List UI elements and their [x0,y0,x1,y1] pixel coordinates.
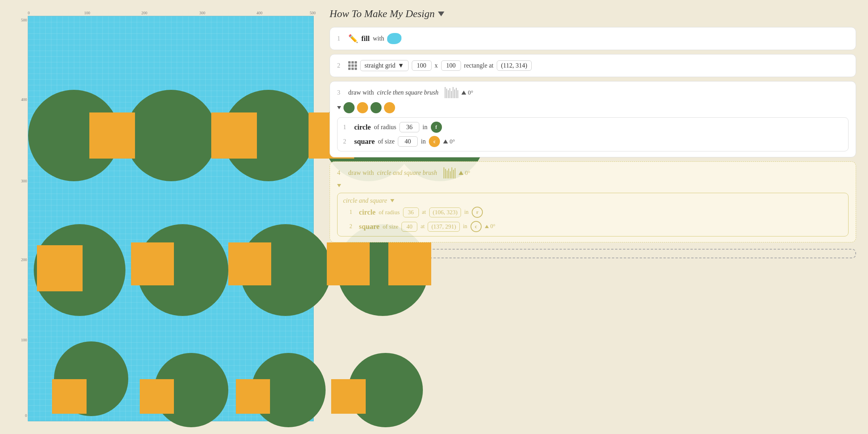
ruler-left: 500 400 300 200 100 0 [16,16,28,417]
title-row: How To Make My Design [330,8,856,20]
circle-color-1[interactable]: f [431,122,442,133]
square-keyword-1: square [354,138,375,146]
faded-sub-item-2: 2 square of size 40 at (137, 291) in c 0… [349,221,843,232]
canvas-square [327,242,370,285]
ruler-tick-h-300: 300 [199,11,205,15]
faded-sub-line-1: 1 [349,209,356,215]
design-canvas [28,16,314,421]
color-swatch-1[interactable] [343,102,355,113]
circle-radius-input[interactable]: 36 [399,122,419,132]
faded-at-2: at [420,223,424,230]
angle-value-4: 0° [465,170,471,176]
canvas-square [89,112,135,158]
collapse-icon-4[interactable] [337,184,341,187]
faded-sub-box: circle and square 1 circle of radius 36 … [337,193,849,236]
line-number-4: 4 [337,169,345,176]
color-swatch-3[interactable] [370,102,382,113]
grid-pattern-icon [348,61,357,70]
instruction-1-row: 1 ✏️ fill with [337,33,849,44]
instruction-2-grid: 2 straight grid ▼ 100 x 100 rectangle at… [330,54,856,77]
ruler-tick-h-100: 100 [84,11,90,15]
color-swatch-2[interactable] [357,102,368,113]
faded-angle-value: 0° [490,223,496,230]
faded-at-1: at [422,209,426,215]
grid-position-input[interactable]: (112, 314) [497,60,532,71]
faded-of-radius: of radius [379,209,400,216]
instruction-2-row: 2 straight grid ▼ 100 x 100 rectangle at… [337,60,849,71]
grid-width-input[interactable]: 100 [412,60,432,71]
instruction-4-draw-faded: 4 draw with circle and square brush 0° [330,161,856,242]
canvas-area: 0 100 200 300 400 500 500 400 300 200 10… [0,0,318,434]
faded-color-circle-2[interactable]: c [471,221,482,232]
faded-color-circle-1[interactable]: r [472,207,483,218]
sub-line-number-2: 2 [343,138,351,145]
ruler-tick-h-0: 0 [28,11,30,15]
fill-color-blob[interactable] [387,33,401,44]
faded-size-input[interactable]: 40 [401,222,417,232]
line-number-3: 3 [337,89,345,96]
ruler-tick-v-400: 400 [21,97,27,102]
sub-line-number-1: 1 [343,124,351,131]
color-swatch-4[interactable] [384,102,395,113]
of-radius-label-1: of radius [374,124,396,131]
brush-preview [445,87,458,98]
canvas-square [228,242,271,285]
arrow-up-icon-faded [459,171,463,175]
faded-position-2[interactable]: (137, 291) [428,222,460,232]
faded-in-1: in [464,209,469,215]
canvas-square [211,112,257,158]
page-title: How To Make My Design [330,8,435,20]
faded-sub-item-1: 1 circle of radius 36 at (106, 323) in r [349,207,843,218]
ruler-tick-v-300: 300 [21,179,27,183]
grid-height-input[interactable]: 100 [441,60,461,71]
line-number-2: 2 [337,62,345,69]
rect-label: rectangle at [464,62,494,69]
draw-with-label: draw with [348,89,374,96]
faded-position-1[interactable]: (106, 323) [429,207,461,217]
square-color-1[interactable]: c [429,136,440,147]
faded-angle: 0° [485,223,496,230]
instruction-4-top-row: 4 draw with circle and square brush 0° [337,167,849,178]
draw-with-label-4: draw with [348,169,374,176]
canvas-circle [125,90,217,181]
faded-group-label: circle and square [343,197,387,204]
canvas-square [140,379,174,413]
color-swatches-row [337,102,849,113]
ruler-tick-h-200: 200 [141,11,147,15]
faded-of-size: of size [383,223,399,230]
ruler-tick-v-200: 200 [21,258,27,262]
x-separator: x [435,62,438,69]
faded-square-keyword: square [359,223,380,231]
faded-radius-input[interactable]: 36 [403,207,419,217]
arrow-up-icon [461,91,466,95]
sub-item-1-row: 1 circle of radius 36 in f [343,122,843,133]
canvas-square [52,379,86,413]
pencil-icon: ✏️ [348,34,358,43]
square-size-input[interactable]: 40 [398,136,418,147]
faded-sub-items: 1 circle of radius 36 at (106, 323) in r… [349,207,843,232]
brush-name-4: circle and square brush [377,169,437,176]
ruler-tick-v-100: 100 [21,338,27,342]
faded-sub-line-2: 2 [349,223,356,230]
of-size-label-1: of size [378,138,395,145]
canvas-square [131,242,174,285]
angle-indicator-4: 0° [459,170,471,176]
instruction-1-fill: 1 ✏️ fill with [330,27,856,50]
ruler-tick-v-500: 500 [21,18,27,22]
grid-type-dropdown[interactable]: straight grid ▼ [360,60,409,71]
dropdown-chevron: ▼ [398,62,404,69]
canvas-square [331,379,365,413]
in-label-1: in [422,124,427,131]
canvas-wrapper: 0 100 200 300 400 500 500 400 300 200 10… [16,4,318,425]
faded-sub-title-row: circle and square [343,197,843,204]
sub-item-2-row: 2 square of size 40 in c 0° [343,136,843,147]
title-dropdown-icon[interactable] [438,12,444,16]
collapse-icon[interactable] [337,106,341,109]
ruler-tick-h-400: 400 [257,11,262,15]
faded-in-2: in [463,223,467,230]
in-label-2: in [421,138,426,145]
brush-sub-block: 1 circle of radius 36 in f 2 square of s… [337,117,849,151]
ruler-tick-v-0: 0 [25,413,27,418]
canvas-square [388,242,431,285]
brush-preview-4 [444,167,455,178]
